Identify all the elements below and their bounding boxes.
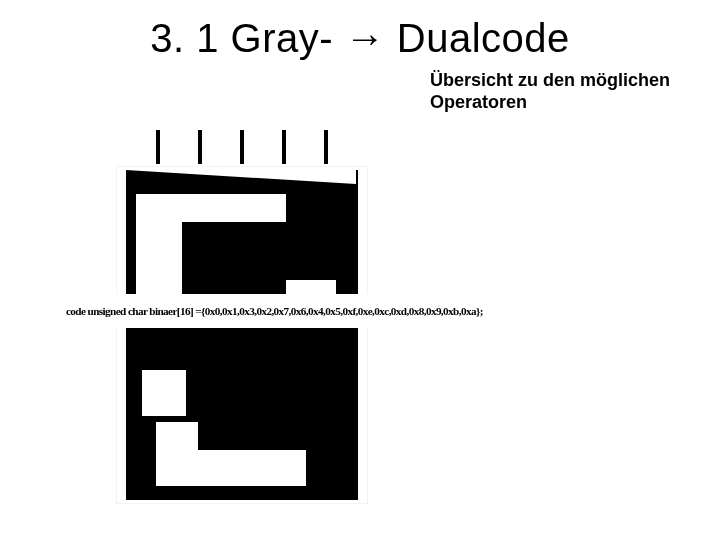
encoder-leads (148, 130, 338, 168)
title-text: 3. 1 Gray- → Dualcode (150, 16, 570, 60)
encoder-figure (56, 130, 356, 530)
cut-b (136, 194, 182, 302)
slide: 3. 1 Gray- → Dualcode Übersicht zu den m… (0, 0, 720, 540)
cut-f (156, 422, 198, 486)
encoder-bevel (126, 170, 356, 184)
lead-2 (198, 130, 202, 164)
code-text: code unsigned char binaer[16] ={0x0,0x1,… (66, 305, 483, 317)
subtitle: Übersicht zu den möglichen Operatoren (430, 70, 690, 113)
slide-title: 3. 1 Gray- → Dualcode (0, 16, 720, 61)
lead-3 (240, 130, 244, 164)
subtitle-line1: Übersicht zu den möglichen (430, 70, 670, 90)
lead-1 (156, 130, 160, 164)
code-strip: code unsigned char binaer[16] ={0x0,0x1,… (62, 294, 682, 328)
cut-d (142, 370, 186, 416)
island-a (206, 240, 276, 290)
lead-5 (324, 130, 328, 164)
lead-4 (282, 130, 286, 164)
subtitle-line2: Operatoren (430, 92, 527, 112)
